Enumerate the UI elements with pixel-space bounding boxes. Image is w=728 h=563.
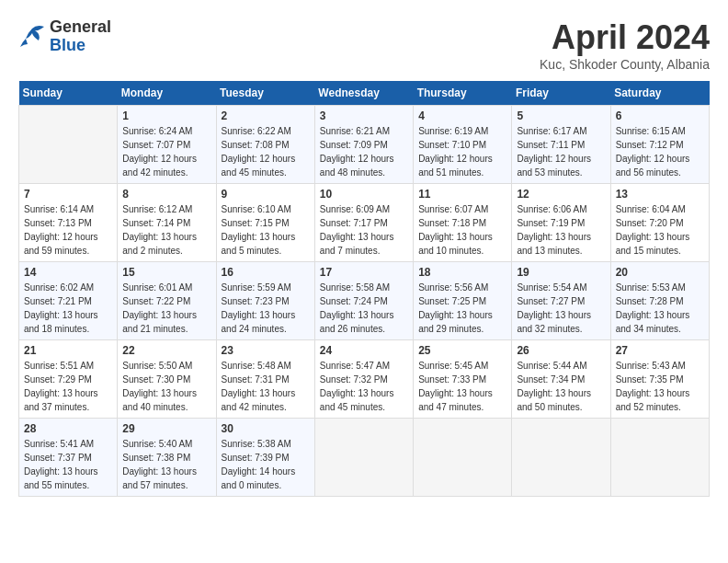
calendar-day-cell: 26Sunrise: 5:44 AMSunset: 7:34 PMDayligh… xyxy=(512,340,610,419)
calendar-day-cell: 21Sunrise: 5:51 AMSunset: 7:29 PMDayligh… xyxy=(19,340,118,419)
day-info: Sunrise: 6:12 AMSunset: 7:14 PMDaylight:… xyxy=(122,202,210,258)
day-number: 22 xyxy=(122,344,210,357)
calendar-day-cell: 25Sunrise: 5:45 AMSunset: 7:33 PMDayligh… xyxy=(414,340,512,419)
day-info: Sunrise: 5:54 AMSunset: 7:27 PMDaylight:… xyxy=(517,281,605,336)
day-number: 26 xyxy=(517,344,605,357)
weekday-header-saturday: Saturday xyxy=(610,81,709,106)
day-info: Sunrise: 5:48 AMSunset: 7:31 PMDaylight:… xyxy=(222,359,310,414)
logo: General Blue xyxy=(18,18,111,55)
day-number: 14 xyxy=(24,266,112,279)
day-info: Sunrise: 6:10 AMSunset: 7:15 PMDaylight:… xyxy=(222,202,310,258)
weekday-header-sunday: Sunday xyxy=(19,81,118,106)
calendar-day-cell: 2Sunrise: 6:22 AMSunset: 7:08 PMDaylight… xyxy=(216,106,314,184)
day-number: 15 xyxy=(122,266,210,279)
calendar-day-cell xyxy=(512,419,610,497)
weekday-header-tuesday: Tuesday xyxy=(216,81,314,106)
day-info: Sunrise: 5:44 AMSunset: 7:34 PMDaylight:… xyxy=(517,359,605,414)
day-number: 8 xyxy=(122,188,210,201)
day-info: Sunrise: 6:04 AMSunset: 7:20 PMDaylight:… xyxy=(616,202,704,258)
day-number: 1 xyxy=(122,109,210,122)
day-number: 7 xyxy=(24,188,112,201)
calendar-week-row: 1Sunrise: 6:24 AMSunset: 7:07 PMDaylight… xyxy=(19,106,710,184)
calendar-day-cell xyxy=(314,419,413,497)
calendar-day-cell: 30Sunrise: 5:38 AMSunset: 7:39 PMDayligh… xyxy=(216,419,314,497)
calendar-day-cell: 7Sunrise: 6:14 AMSunset: 7:13 PMDaylight… xyxy=(19,184,118,262)
day-number: 6 xyxy=(616,109,704,122)
calendar-body: 1Sunrise: 6:24 AMSunset: 7:07 PMDaylight… xyxy=(19,106,710,497)
page-header: General Blue April 2024 Kuc, Shkoder Cou… xyxy=(18,18,710,72)
calendar-day-cell xyxy=(610,419,709,497)
calendar-day-cell: 12Sunrise: 6:06 AMSunset: 7:19 PMDayligh… xyxy=(512,184,610,262)
day-info: Sunrise: 5:51 AMSunset: 7:29 PMDaylight:… xyxy=(24,359,112,414)
month-title: April 2024 xyxy=(540,18,710,57)
weekday-header-thursday: Thursday xyxy=(414,81,512,106)
weekday-header-friday: Friday xyxy=(512,81,610,106)
day-number: 18 xyxy=(418,266,506,279)
calendar-day-cell: 3Sunrise: 6:21 AMSunset: 7:09 PMDaylight… xyxy=(314,106,413,184)
day-number: 16 xyxy=(222,266,310,279)
day-number: 10 xyxy=(320,188,408,201)
logo-general: General xyxy=(50,18,111,37)
day-number: 11 xyxy=(418,188,506,201)
calendar-week-row: 14Sunrise: 6:02 AMSunset: 7:21 PMDayligh… xyxy=(19,262,710,340)
day-info: Sunrise: 5:58 AMSunset: 7:24 PMDaylight:… xyxy=(320,281,408,336)
day-info: Sunrise: 6:06 AMSunset: 7:19 PMDaylight:… xyxy=(517,202,605,258)
weekday-header-monday: Monday xyxy=(118,81,216,106)
day-info: Sunrise: 5:41 AMSunset: 7:37 PMDaylight:… xyxy=(24,437,112,492)
day-number: 17 xyxy=(320,266,408,279)
calendar-day-cell: 13Sunrise: 6:04 AMSunset: 7:20 PMDayligh… xyxy=(610,184,709,262)
calendar-week-row: 21Sunrise: 5:51 AMSunset: 7:29 PMDayligh… xyxy=(19,340,710,419)
day-info: Sunrise: 5:56 AMSunset: 7:25 PMDaylight:… xyxy=(418,281,506,336)
day-number: 19 xyxy=(517,266,605,279)
calendar-day-cell: 11Sunrise: 6:07 AMSunset: 7:18 PMDayligh… xyxy=(414,184,512,262)
calendar-day-cell: 8Sunrise: 6:12 AMSunset: 7:14 PMDaylight… xyxy=(118,184,216,262)
calendar-week-row: 7Sunrise: 6:14 AMSunset: 7:13 PMDaylight… xyxy=(19,184,710,262)
weekday-header-wednesday: Wednesday xyxy=(314,81,413,106)
logo-bird-icon xyxy=(18,24,46,50)
title-block: April 2024 Kuc, Shkoder County, Albania xyxy=(540,18,710,72)
day-info: Sunrise: 6:09 AMSunset: 7:17 PMDaylight:… xyxy=(320,202,408,258)
location: Kuc, Shkoder County, Albania xyxy=(540,57,710,72)
calendar-day-cell: 27Sunrise: 5:43 AMSunset: 7:35 PMDayligh… xyxy=(610,340,709,419)
day-number: 5 xyxy=(517,109,605,122)
day-info: Sunrise: 6:17 AMSunset: 7:11 PMDaylight:… xyxy=(517,124,605,179)
calendar-day-cell: 16Sunrise: 5:59 AMSunset: 7:23 PMDayligh… xyxy=(216,262,314,340)
day-info: Sunrise: 5:45 AMSunset: 7:33 PMDaylight:… xyxy=(418,359,506,414)
calendar-day-cell: 29Sunrise: 5:40 AMSunset: 7:38 PMDayligh… xyxy=(118,419,216,497)
day-info: Sunrise: 5:50 AMSunset: 7:30 PMDaylight:… xyxy=(122,359,210,414)
day-info: Sunrise: 5:47 AMSunset: 7:32 PMDaylight:… xyxy=(320,359,408,414)
day-info: Sunrise: 6:07 AMSunset: 7:18 PMDaylight:… xyxy=(418,202,506,258)
day-number: 30 xyxy=(222,422,310,435)
day-info: Sunrise: 6:22 AMSunset: 7:08 PMDaylight:… xyxy=(222,124,310,179)
day-info: Sunrise: 6:21 AMSunset: 7:09 PMDaylight:… xyxy=(320,124,408,179)
day-number: 21 xyxy=(24,344,112,357)
day-info: Sunrise: 6:01 AMSunset: 7:22 PMDaylight:… xyxy=(122,281,210,336)
day-number: 23 xyxy=(222,344,310,357)
calendar-day-cell: 14Sunrise: 6:02 AMSunset: 7:21 PMDayligh… xyxy=(19,262,118,340)
calendar-day-cell: 23Sunrise: 5:48 AMSunset: 7:31 PMDayligh… xyxy=(216,340,314,419)
day-number: 25 xyxy=(418,344,506,357)
day-number: 27 xyxy=(616,344,704,357)
day-info: Sunrise: 5:43 AMSunset: 7:35 PMDaylight:… xyxy=(616,359,704,414)
calendar-day-cell: 22Sunrise: 5:50 AMSunset: 7:30 PMDayligh… xyxy=(118,340,216,419)
calendar-day-cell: 10Sunrise: 6:09 AMSunset: 7:17 PMDayligh… xyxy=(314,184,413,262)
day-number: 24 xyxy=(320,344,408,357)
day-number: 4 xyxy=(418,109,506,122)
day-number: 12 xyxy=(517,188,605,201)
day-info: Sunrise: 6:15 AMSunset: 7:12 PMDaylight:… xyxy=(616,124,704,179)
calendar-day-cell: 24Sunrise: 5:47 AMSunset: 7:32 PMDayligh… xyxy=(314,340,413,419)
calendar-table: SundayMondayTuesdayWednesdayThursdayFrid… xyxy=(18,81,710,497)
calendar-day-cell: 9Sunrise: 6:10 AMSunset: 7:15 PMDaylight… xyxy=(216,184,314,262)
day-number: 2 xyxy=(222,109,310,122)
calendar-week-row: 28Sunrise: 5:41 AMSunset: 7:37 PMDayligh… xyxy=(19,419,710,497)
day-number: 28 xyxy=(24,422,112,435)
day-info: Sunrise: 5:53 AMSunset: 7:28 PMDaylight:… xyxy=(616,281,704,336)
calendar-day-cell: 19Sunrise: 5:54 AMSunset: 7:27 PMDayligh… xyxy=(512,262,610,340)
calendar-day-cell: 4Sunrise: 6:19 AMSunset: 7:10 PMDaylight… xyxy=(414,106,512,184)
day-info: Sunrise: 6:19 AMSunset: 7:10 PMDaylight:… xyxy=(418,124,506,179)
day-info: Sunrise: 6:14 AMSunset: 7:13 PMDaylight:… xyxy=(24,202,112,258)
calendar-day-cell: 18Sunrise: 5:56 AMSunset: 7:25 PMDayligh… xyxy=(414,262,512,340)
calendar-day-cell: 15Sunrise: 6:01 AMSunset: 7:22 PMDayligh… xyxy=(118,262,216,340)
calendar-day-cell: 20Sunrise: 5:53 AMSunset: 7:28 PMDayligh… xyxy=(610,262,709,340)
calendar-day-cell: 28Sunrise: 5:41 AMSunset: 7:37 PMDayligh… xyxy=(19,419,118,497)
